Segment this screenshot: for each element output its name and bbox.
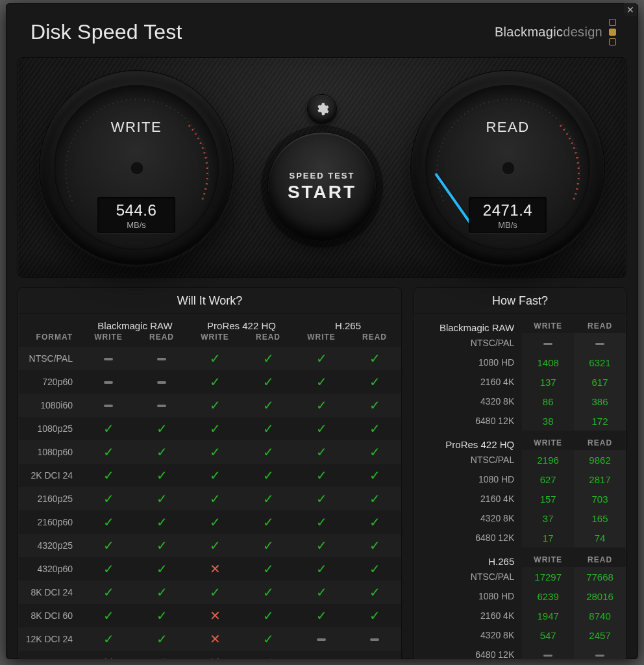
status-cell: ✓ [135, 417, 188, 440]
read-value: 28016 [574, 586, 626, 606]
check-icon: ✓ [210, 397, 221, 413]
format-label: NTSC/PAL [414, 567, 522, 586]
check-icon: ✓ [156, 584, 167, 600]
status-cell: ✓ [242, 487, 295, 510]
table-row: 4320 8K37165 [414, 508, 626, 528]
status-cell [135, 394, 188, 417]
table-row: 12K DCI 24✓✓✕✓ [18, 627, 401, 651]
status-cell: ✓ [242, 510, 295, 534]
status-cell: ✓ [188, 464, 242, 487]
check-icon: ✓ [369, 374, 380, 390]
col-header: READ [574, 547, 626, 567]
cross-icon: ✕ [210, 608, 221, 623]
codec-header: Blackmagic RAW [82, 314, 188, 332]
status-cell: ✓ [188, 487, 242, 510]
header: Disk Speed Test Blackmagicdesign [6, 3, 638, 52]
table-row: 1080 HD623928016 [414, 586, 626, 606]
cross-icon: ✕ [210, 655, 221, 659]
col-header: WRITE [522, 547, 574, 567]
status-cell: ✓ [348, 347, 401, 370]
gear-icon [315, 102, 329, 116]
status-cell: ✓ [135, 464, 188, 487]
write-value: 6239 [522, 586, 574, 606]
table-row: NTSC/PAL✓✓✓✓ [18, 347, 401, 370]
format-label: 4320p60 [18, 557, 82, 581]
status-cell: ✓ [242, 651, 295, 659]
codec-header: Blackmagic RAW [414, 314, 522, 333]
check-icon: ✓ [316, 397, 327, 413]
check-icon: ✓ [369, 491, 380, 507]
table-row: 1080p25✓✓✓✓✓✓ [18, 417, 401, 440]
status-cell: ✓ [135, 534, 188, 557]
will-it-work-title: Will It Work? [18, 288, 401, 314]
status-cell: ✓ [82, 510, 135, 534]
settings-button[interactable] [307, 94, 337, 124]
read-value: 9862 [574, 450, 626, 470]
status-cell: ✓ [348, 464, 401, 487]
check-icon: ✓ [263, 514, 274, 530]
col-header: WRITE [522, 314, 574, 333]
write-gauge: WRITE 544.6 MB/s [39, 70, 234, 265]
dash-icon [317, 638, 326, 641]
status-cell: ✓ [188, 581, 242, 604]
status-cell: ✓ [135, 651, 188, 659]
check-icon: ✓ [156, 421, 167, 436]
table-row: 4320 8K86386 [414, 392, 626, 411]
format-label: 4320 8K [414, 392, 522, 411]
will-it-work-table: Blackmagic RAW ProRes 422 HQ H.265 FORMA… [18, 314, 401, 659]
status-cell: ✓ [242, 370, 295, 394]
format-label: 4320p25 [18, 534, 82, 557]
format-label: 2160 4K [414, 372, 522, 392]
dash-icon [595, 655, 604, 657]
cross-icon: ✕ [210, 631, 221, 647]
status-cell [82, 394, 135, 417]
close-button[interactable]: ✕ [624, 3, 637, 16]
status-cell: ✓ [135, 627, 188, 651]
check-icon: ✓ [103, 631, 114, 647]
status-cell: ✓ [242, 417, 295, 440]
status-cell: ✓ [242, 604, 295, 627]
table-row: 8K DCI 60✓✓✕✓✓✓ [18, 604, 401, 627]
format-label: 6480 12K [414, 411, 522, 431]
status-cell: ✓ [348, 440, 401, 464]
format-label: NTSC/PAL [18, 347, 82, 370]
table-row: 6480 12K1774 [414, 528, 626, 547]
check-icon: ✓ [210, 351, 221, 366]
col-header: READ [574, 314, 626, 333]
table-row: NTSC/PAL21969862 [414, 450, 626, 470]
check-icon: ✓ [210, 421, 221, 436]
start-button[interactable]: SPEED TEST START [267, 132, 377, 241]
check-icon: ✓ [210, 514, 221, 530]
status-cell: ✓ [348, 417, 401, 440]
check-icon: ✓ [263, 374, 274, 390]
check-icon: ✓ [369, 538, 380, 553]
read-value: 77668 [574, 567, 626, 586]
app-title: Disk Speed Test [31, 20, 182, 44]
dash-icon [543, 655, 552, 657]
check-icon: ✓ [156, 608, 167, 623]
app-window: ✕ Disk Speed Test Blackmagicdesign WRITE [6, 3, 638, 659]
status-cell: ✕ [188, 557, 242, 581]
status-cell: ✓ [82, 487, 135, 510]
how-fast-title: How Fast? [414, 288, 626, 314]
check-icon: ✓ [369, 514, 380, 530]
check-icon: ✓ [369, 468, 380, 483]
check-icon: ✓ [210, 491, 221, 507]
read-value: 165 [574, 508, 626, 528]
check-icon: ✓ [369, 584, 380, 600]
table-row: 8K DCI 24✓✓✓✓✓✓ [18, 581, 401, 604]
cross-icon: ✕ [103, 655, 114, 659]
write-value: 17 [522, 528, 574, 547]
status-cell: ✓ [242, 394, 295, 417]
format-label: NTSC/PAL [414, 333, 522, 353]
read-readout: 2471.4 MB/s [469, 197, 547, 233]
write-value: 2196 [522, 450, 574, 470]
status-cell: ✓ [295, 417, 348, 440]
status-cell: ✓ [135, 510, 188, 534]
table-row: 1080i60✓✓✓✓ [18, 394, 401, 417]
status-cell: ✓ [135, 440, 188, 464]
check-icon: ✓ [369, 351, 380, 366]
table-row: 1080p60✓✓✓✓✓✓ [18, 440, 401, 464]
check-icon: ✓ [369, 444, 380, 460]
read-value: 703 [574, 489, 626, 508]
